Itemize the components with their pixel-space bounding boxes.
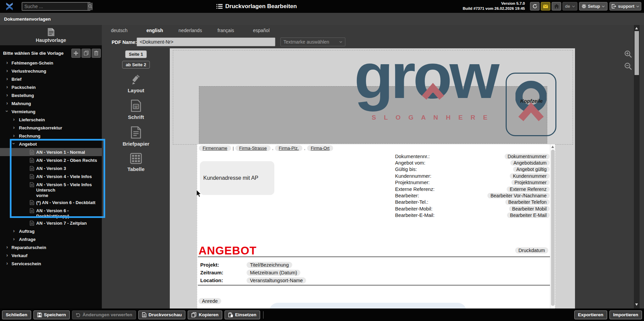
hauptvorlage-button[interactable]: Hauptvorlage (0, 25, 102, 45)
zoom-in-icon[interactable] (624, 50, 632, 58)
app-scrollbar[interactable] (634, 25, 640, 308)
refresh-button[interactable] (530, 2, 539, 10)
field-token[interactable]: Projektnummer (511, 180, 550, 185)
tree-item-mahnung[interactable]: ›Mahnung (0, 99, 102, 107)
tree-item-an-version-1[interactable]: AN - Version 1 - Normal (0, 148, 102, 156)
tree-item-angebot[interactable]: ›Angebot (0, 140, 102, 148)
scrollbar-thumb[interactable] (551, 150, 555, 306)
tab-francais[interactable]: français (208, 26, 244, 34)
document-icon (30, 158, 34, 163)
add-template-button[interactable] (71, 49, 80, 58)
layout-tool[interactable]: Layout (128, 75, 144, 93)
scroll-up-icon[interactable] (635, 27, 638, 29)
svg-text:W: W (134, 105, 138, 109)
lined-document-icon (130, 126, 142, 139)
tab-english[interactable]: english (137, 26, 172, 34)
field-token[interactable]: Angebotsdatum (510, 160, 550, 166)
version-info: Version 5.7.0 Build #7371 vom 26.02.2026… (463, 1, 525, 11)
tree-item-vermietung[interactable]: ›Vermietung (0, 107, 102, 116)
search-icon[interactable] (88, 3, 93, 10)
field-token[interactable]: Externe Referenz (507, 187, 550, 192)
field-token[interactable]: Kundennummer (510, 173, 550, 179)
field-token[interactable]: Dokumentnummer (505, 154, 550, 159)
einsetzen-button[interactable]: Einsetzen (225, 311, 260, 319)
textmark-dropdown[interactable]: Textmarke auswählen (280, 38, 345, 46)
document-icon (30, 208, 34, 213)
tree-item-packschein[interactable]: ›Packschein (0, 83, 102, 91)
language-select[interactable]: de (562, 2, 577, 10)
chevron-right-icon: › (12, 228, 16, 233)
tree-item-rechnungskorrektur[interactable]: ›Rechnungskorrektur (0, 124, 102, 132)
meta-token[interactable]: Veranstaltungsort-Name (247, 277, 306, 283)
ab-seite-2-button[interactable]: ab Seite 2 (122, 61, 150, 69)
field-token[interactable]: Bearbeiter Vor-/Nachname (487, 193, 550, 198)
tab-deutsch[interactable]: deutsch (101, 26, 137, 34)
tree-item-an-version-4[interactable]: AN - Version 4 - Viele Infos (0, 172, 102, 180)
support-button[interactable]: support (610, 2, 641, 10)
importieren-button[interactable]: Importieren (610, 311, 642, 319)
briefpapier-tool[interactable]: Briefpapier (122, 126, 149, 147)
sender-token[interactable]: Firma-Strasse (235, 145, 271, 151)
field-token[interactable]: Bearbeiter E-Mail (507, 213, 550, 218)
sender-token[interactable]: Firma-Plz. (275, 145, 302, 151)
mouse-cursor (196, 190, 203, 198)
recipient-address-block[interactable]: Kundenadresse mit AP (200, 161, 274, 195)
template-prompt-row: Bitte wählen Sie die Vorlage (0, 47, 102, 59)
seite-1-button[interactable]: Seite 1 (125, 50, 147, 58)
tree-item-auftrag[interactable]: ›Auftrag (0, 227, 102, 235)
sender-token[interactable]: Firma-Ort (307, 145, 334, 151)
tree-item-verkauf[interactable]: ›Verkauf (0, 251, 102, 260)
scrollbar-thumb[interactable] (635, 31, 639, 75)
tree-item-serviceschein[interactable]: ›Serviceschein (0, 260, 102, 268)
tree-item-an-version-3[interactable]: AN - Version 3 (0, 164, 102, 172)
print-date-token[interactable]: Druckdatum (515, 247, 548, 253)
setup-button[interactable]: Setup (579, 2, 607, 10)
w-document-icon: W (130, 99, 142, 112)
tree-item-bestellung[interactable]: ›Bestellung (0, 91, 102, 99)
meta-token[interactable]: Mietzeitraum (Datum) (247, 270, 300, 276)
salutation-token[interactable]: Anrede (199, 298, 221, 304)
info-row: Bearbeiter-Mobil:Bearbeiter Mobil (395, 205, 550, 212)
tree-item-verlustrechnung[interactable]: ›Verlustrechnung (0, 67, 102, 75)
field-token[interactable]: Bearbeiter Telefon (505, 199, 550, 205)
tab-espanol[interactable]: español (244, 26, 279, 34)
tree-item-an-version-6[interactable]: (*) AN - Version 6 - Deckblatt (0, 198, 102, 206)
druckvorschau-button[interactable]: Druckvorschau (138, 311, 185, 319)
exportieren-button[interactable]: Exportieren (574, 311, 607, 319)
tree-item-an-version-6-copy[interactable]: AN - Version 6 - Deckblatt(copy) (0, 206, 102, 219)
tab-nederlands[interactable]: nederlands (172, 26, 208, 34)
tree-item-fehlmengen-schein[interactable]: ›Fehlmengen-Schein (0, 59, 102, 67)
tabelle-tool[interactable]: Tabelle (128, 153, 145, 172)
search-input[interactable] (22, 4, 88, 9)
tree-item-anfrage[interactable]: ›Anfrage (0, 235, 102, 243)
logo-arrow-icon (421, 81, 445, 100)
scroll-up-icon[interactable] (551, 146, 554, 148)
copy-template-button[interactable] (82, 49, 91, 58)
document-scrollbar[interactable] (550, 144, 555, 308)
pencil-icon (131, 75, 141, 85)
mail-button[interactable] (541, 2, 550, 10)
undo-icon (76, 313, 80, 317)
scroll-down-icon[interactable] (635, 303, 638, 306)
logout-icon (612, 4, 616, 8)
tree-item-lieferschein[interactable]: ›Lieferschein (0, 116, 102, 124)
speichern-button[interactable]: Speichern (33, 311, 70, 319)
tree-item-an-version-7[interactable]: AN - Version 7 - Zeitplan (0, 219, 102, 227)
tree-item-reparaturschein[interactable]: ›Reparaturschein (0, 243, 102, 251)
tree-item-rechnung[interactable]: ›Rechnung (0, 132, 102, 140)
field-token[interactable]: Bearbeiter Mobil (509, 206, 550, 212)
zoom-out-icon[interactable] (624, 62, 632, 70)
delete-template-button[interactable] (92, 49, 101, 58)
kopieren-button[interactable]: Kopieren (188, 311, 222, 319)
schrift-tool[interactable]: W Schrift (128, 99, 144, 120)
tree-item-an-version-2[interactable]: AN - Version 2 - Oben Rechts (0, 156, 102, 164)
field-token[interactable]: Angebot gültig (513, 167, 550, 172)
sender-token[interactable]: Firmenname (199, 145, 231, 151)
schliessen-button[interactable]: Schließen (2, 311, 31, 319)
tree-item-brief[interactable]: ›Brief (0, 75, 102, 83)
home-button[interactable] (552, 2, 561, 10)
tree-item-an-version-5[interactable]: AN - Version 5 - Viele Infos Untersch vo… (0, 180, 102, 198)
pdf-name-input[interactable] (137, 38, 275, 46)
info-row: Bearbeiter-E-Mail:Bearbeiter E-Mail (395, 212, 550, 219)
meta-token[interactable]: Titel/Bezeichnung (247, 262, 292, 268)
